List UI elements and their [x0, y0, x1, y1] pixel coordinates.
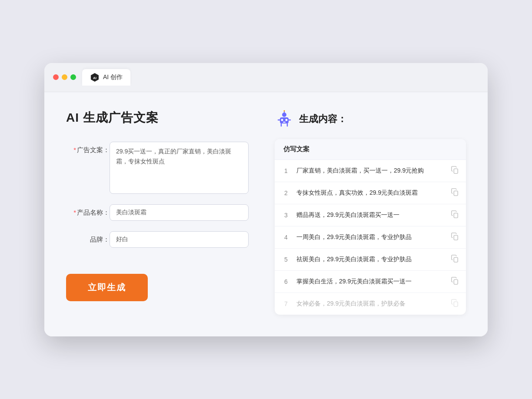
svg-rect-13	[454, 169, 458, 173]
result-text: 厂家直销，美白淡斑霜，买一送一，29.9元抢购	[296, 166, 445, 175]
result-text: 专抹女性斑点，真实功效，29.9元美白淡斑霜	[296, 188, 445, 197]
result-num: 6	[282, 278, 290, 285]
svg-rect-14	[454, 191, 458, 196]
result-header: 生成内容：	[275, 110, 466, 129]
svg-text:AI: AI	[93, 76, 96, 80]
ai-tab-icon: AI	[90, 73, 100, 82]
maximize-button[interactable]	[70, 74, 76, 80]
title-bar: AI AI 创作	[44, 63, 488, 92]
result-num: 5	[282, 256, 290, 263]
tab-label: AI 创作	[103, 73, 123, 81]
result-num: 4	[282, 234, 290, 241]
result-text: 女神必备，29.9元美白淡斑霜，护肤必备	[296, 299, 445, 308]
svg-rect-18	[454, 279, 458, 284]
svg-rect-15	[454, 213, 458, 218]
result-list: 1厂家直销，美白淡斑霜，买一送一，29.9元抢购 2专抹女性斑点，真实功效，29…	[275, 160, 466, 315]
right-panel: 生成内容： 仿写文案 1厂家直销，美白淡斑霜，买一送一，29.9元抢购 2专抹女…	[275, 110, 466, 315]
svg-rect-6	[283, 122, 286, 123]
close-button[interactable]	[53, 74, 59, 80]
result-num: 3	[282, 212, 290, 219]
result-box: 仿写文案 1厂家直销，美白淡斑霜，买一送一，29.9元抢购 2专抹女性斑点，真实…	[275, 139, 466, 315]
robot-icon	[275, 110, 294, 129]
required-star-1: *	[73, 146, 76, 153]
copy-icon[interactable]	[451, 299, 459, 309]
product-name-input[interactable]	[110, 204, 249, 221]
copy-icon[interactable]	[451, 188, 459, 198]
svg-point-5	[286, 119, 288, 121]
result-item: 1厂家直销，美白淡斑霜，买一送一，29.9元抢购	[275, 160, 466, 182]
generate-button[interactable]: 立即生成	[66, 274, 148, 301]
result-num: 2	[282, 190, 290, 196]
content-area: AI 生成广告文案 *广告文案： 29.9买一送一，真正的厂家直销，美白淡斑霜，…	[44, 92, 488, 336]
result-item: 4一周美白，29.9元美白淡斑霜，专业护肤品	[275, 226, 466, 249]
result-num: 7	[282, 300, 290, 307]
ad-copy-group: *广告文案： 29.9买一送一，真正的厂家直销，美白淡斑霜，专抹女性斑点	[66, 142, 249, 194]
minimize-button[interactable]	[62, 74, 67, 80]
copy-icon[interactable]	[451, 166, 459, 176]
required-star-2: *	[73, 209, 76, 216]
svg-rect-16	[454, 235, 458, 240]
svg-rect-19	[454, 302, 458, 306]
product-name-label: *产品名称：	[66, 204, 110, 217]
traffic-lights	[53, 74, 76, 80]
copy-icon[interactable]	[451, 277, 459, 286]
result-text: 一周美白，29.9元美白淡斑霜，专业护肤品	[296, 233, 445, 242]
brand-input[interactable]	[110, 231, 249, 248]
result-item: 2专抹女性斑点，真实功效，29.9元美白淡斑霜	[275, 182, 466, 204]
svg-point-4	[281, 119, 283, 121]
brand-group: 品牌：	[66, 231, 249, 248]
result-item: 3赠品再送，29.9元美白淡斑霜买一送一	[275, 204, 466, 226]
result-item: 5祛斑美白，29.9元美白淡斑霜，专业护肤品	[275, 249, 466, 271]
svg-rect-17	[454, 257, 458, 262]
product-name-group: *产品名称：	[66, 204, 249, 221]
result-text: 掌握美白生活，29.9元美白淡斑霜买一送一	[296, 277, 445, 286]
left-panel: AI 生成广告文案 *广告文案： 29.9买一送一，真正的厂家直销，美白淡斑霜，…	[66, 110, 249, 315]
result-title: 生成内容：	[299, 113, 347, 126]
browser-window: AI AI 创作 AI 生成广告文案 *广告文案： 29.9买一送一，真正的厂家…	[44, 63, 488, 336]
page-title: AI 生成广告文案	[66, 110, 249, 126]
ad-copy-label: *广告文案：	[66, 142, 110, 154]
result-text: 赠品再送，29.9元美白淡斑霜买一送一	[296, 210, 445, 219]
tab-ai-creation[interactable]: AI AI 创作	[82, 69, 130, 86]
result-num: 1	[282, 167, 290, 174]
copy-icon[interactable]	[451, 210, 459, 220]
brand-label: 品牌：	[66, 231, 110, 244]
copy-icon[interactable]	[451, 255, 459, 264]
result-item: 6掌握美白生活，29.9元美白淡斑霜买一送一	[275, 271, 466, 293]
ad-copy-textarea[interactable]: 29.9买一送一，真正的厂家直销，美白淡斑霜，专抹女性斑点	[110, 142, 249, 194]
result-text: 祛斑美白，29.9元美白淡斑霜，专业护肤品	[296, 255, 445, 264]
svg-point-8	[284, 110, 285, 111]
copy-icon[interactable]	[451, 233, 459, 242]
svg-point-2	[282, 113, 286, 117]
result-item: 7女神必备，29.9元美白淡斑霜，护肤必备	[275, 293, 466, 315]
result-col-header: 仿写文案	[275, 139, 466, 160]
